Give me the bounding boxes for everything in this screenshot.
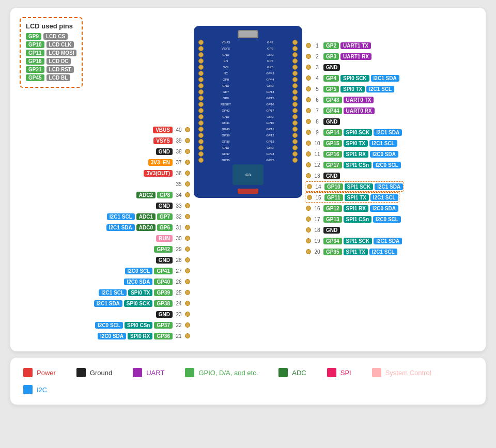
pin-label: GP13 bbox=[323, 216, 342, 223]
pin-label: GP2 bbox=[323, 42, 339, 49]
pin-label: GP7 bbox=[157, 213, 173, 220]
main-diagram-card: LCD used pins GP9 LCD CS GP10 LCD CLK GP… bbox=[10, 8, 486, 351]
pin-number: 32 bbox=[174, 214, 183, 220]
legend-item: System Control bbox=[372, 368, 431, 377]
board-right-label: GP4 bbox=[248, 59, 292, 63]
pin-label: GP17 bbox=[323, 162, 342, 168]
pin-number: 4 bbox=[313, 75, 322, 81]
pin-number: 27 bbox=[174, 268, 183, 274]
pin-number: 14 bbox=[314, 184, 323, 190]
board-right-dot bbox=[292, 114, 298, 119]
pin-label: GP41 bbox=[154, 268, 173, 274]
pin-dot-right bbox=[306, 227, 311, 233]
pin-dot-left bbox=[185, 138, 190, 143]
legend-label: GPIO, D/A, and etc. bbox=[198, 369, 258, 377]
pin-dot-left bbox=[185, 236, 190, 241]
board-left-dot bbox=[198, 127, 204, 132]
board-row: EN GP4 bbox=[196, 58, 300, 64]
pin-label: GND bbox=[156, 148, 173, 155]
legend-swatch bbox=[278, 368, 288, 377]
board-right-label: GP14 bbox=[248, 90, 292, 94]
board-left-dot bbox=[198, 108, 204, 113]
right-pin-row: 11GP16SPI1 RXI2C0 SDA bbox=[305, 149, 398, 159]
legend-item: I2C bbox=[23, 385, 47, 394]
pin-number: 12 bbox=[313, 162, 322, 168]
legend-swatch bbox=[23, 385, 33, 394]
right-pin-row: 17GP13SPI1 CSnI2C0 SCL bbox=[305, 214, 401, 224]
board-right-dot bbox=[292, 145, 298, 150]
pin-number: 22 bbox=[174, 322, 183, 328]
pin-label: SPI1 CSn bbox=[344, 216, 371, 223]
board-left-dot bbox=[198, 46, 204, 51]
pin-number: 19 bbox=[313, 238, 322, 244]
pin-label: I2C0 SDA bbox=[370, 205, 398, 212]
board-right-dot bbox=[292, 46, 298, 51]
right-pin-row: 15GP11SPI1 TXI2C1 SCL bbox=[305, 192, 399, 203]
board-right-label: GP11 bbox=[248, 128, 292, 131]
pin-label: SPI1 CSn bbox=[344, 162, 371, 168]
pin-dot-right bbox=[306, 238, 311, 243]
pin-dot-left bbox=[185, 214, 190, 219]
legend-item: Power bbox=[23, 368, 56, 377]
board-right-label: GP3 bbox=[248, 47, 292, 50]
pin-label: UART0 TX bbox=[344, 97, 374, 103]
left-pin-row: 35 bbox=[174, 179, 191, 189]
board-right-label: GP5 bbox=[248, 66, 292, 69]
legend-item: GPIO, D/A, and etc. bbox=[185, 368, 258, 377]
board-left-label: GP7 bbox=[204, 90, 248, 94]
pin-label: SPI1 SCK bbox=[345, 183, 374, 190]
lcd-func-label: LCD CS bbox=[43, 33, 68, 40]
legend-label: I2C bbox=[37, 386, 47, 394]
pin-label: GP40 bbox=[154, 279, 173, 285]
pin-dot-right bbox=[306, 97, 311, 102]
pin-dot-right bbox=[306, 75, 311, 81]
board-left-dot bbox=[198, 139, 204, 144]
lcd-used-pins-box: LCD used pins GP9 LCD CS GP10 LCD CLK GP… bbox=[20, 17, 83, 88]
lcd-gp-label: GP9 bbox=[26, 33, 41, 40]
pin-number: 15 bbox=[314, 195, 323, 200]
pin-label: GP43 bbox=[323, 97, 342, 103]
board-left-dot bbox=[198, 120, 204, 126]
board-center: VBUS GP2 VSYS GP3 GND GND EN GP4 3V3 GP5… bbox=[191, 23, 305, 198]
pin-label: SPI1 RX bbox=[344, 205, 368, 212]
lcd-gp-label: GP21 bbox=[26, 66, 44, 73]
pin-label: I2C1 SDA bbox=[374, 238, 402, 244]
pin-label: UART1 TX bbox=[340, 42, 371, 49]
legend-swatch bbox=[372, 368, 381, 377]
lcd-func-label: LCD BL bbox=[47, 74, 71, 81]
pin-dot-left bbox=[185, 301, 190, 306]
pin-label: GP11 bbox=[324, 194, 343, 201]
pin-label: SPI0 SCK bbox=[124, 300, 153, 307]
legend-swatch bbox=[185, 368, 194, 377]
pin-label: GP44 bbox=[323, 107, 342, 114]
board-left-label: GND bbox=[204, 146, 248, 149]
pin-label: I2C1 SDA bbox=[371, 75, 399, 82]
pin-label: RUN bbox=[156, 235, 173, 242]
pin-label: SPI1 RX bbox=[344, 151, 368, 158]
board-left-label: GP40 bbox=[204, 128, 248, 131]
board-left-label: NC bbox=[204, 72, 248, 75]
right-pin-row: 1GP2UART1 TX bbox=[305, 40, 371, 51]
board-right-label: GP34 bbox=[248, 152, 292, 156]
board-left-dot bbox=[198, 58, 204, 64]
lcd-func-label: LCD CLK bbox=[47, 41, 74, 48]
pin-label: GP15 bbox=[323, 140, 342, 147]
left-pin-row: I2C1 SDAADC0GP631 bbox=[106, 222, 191, 233]
pin-label: 3V3_EN bbox=[148, 159, 173, 166]
pin-label: I2C1 SDA bbox=[374, 129, 402, 136]
board-row: GP8 GP44 bbox=[196, 77, 300, 82]
lcd-pin-row: GP9 LCD CS bbox=[26, 33, 76, 40]
pin-label: I2C0 SDA bbox=[98, 333, 126, 339]
right-pin-row: 8GND bbox=[305, 116, 340, 127]
right-pin-row: 5GP5SPI0 TXI2C1 SCL bbox=[305, 84, 394, 94]
pin-number: 38 bbox=[174, 149, 183, 155]
lcd-gp-label: GP11 bbox=[26, 50, 44, 56]
legend-label: Power bbox=[37, 369, 56, 377]
pin-dot-right bbox=[306, 54, 311, 59]
board-visual: VBUS GP2 VSYS GP3 GND GND EN GP4 3V3 GP5… bbox=[194, 26, 302, 198]
board-left-label: VBUS bbox=[204, 41, 248, 44]
legend-label: SPI bbox=[340, 369, 351, 377]
board-right-dot bbox=[292, 58, 298, 64]
legend-swatch bbox=[327, 368, 336, 377]
pin-dot-right bbox=[306, 65, 311, 70]
